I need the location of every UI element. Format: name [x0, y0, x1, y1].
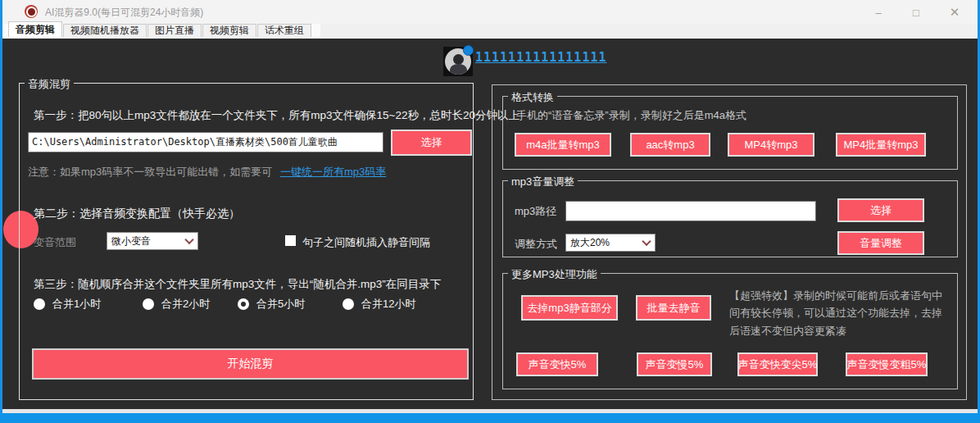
profile-link[interactable]: 1111111111111111 — [475, 50, 607, 65]
minimize-button[interactable]: – — [866, 3, 891, 21]
format-hint: 手机的“语音备忘录”录制，录制好之后是m4a格式 — [516, 108, 746, 123]
voice-range-value: 微小变音 — [111, 234, 151, 248]
m4a-batch-to-mp3-button[interactable]: m4a批量转mp3 — [515, 133, 611, 157]
bitrate-note-text: 注意：如果mp3码率不一致导出可能出错，如需要可 — [28, 166, 272, 178]
batch-remove-silence-button[interactable]: 批量去静音 — [636, 295, 711, 321]
silence-gap-checkbox[interactable] — [285, 235, 296, 246]
more-mp3-title: 更多MP3处理功能 — [508, 267, 601, 282]
window-title: AI混剪器9.0(每日可混剪24小时音频) — [45, 6, 203, 20]
super-effect-hint: 【超强特效】录制的时候可能前后或者语句中间有较长停顿，可以通过这个功能去掉，去掉… — [729, 287, 944, 339]
step2-text: 第二步：选择音频变换配置（快手必选） — [34, 207, 240, 221]
start-mix-button[interactable]: 开始混剪 — [32, 348, 469, 380]
folder-path-input[interactable] — [28, 132, 383, 152]
tab-image-live[interactable]: 图片直播 — [147, 24, 202, 37]
mp3-path-input[interactable] — [565, 201, 816, 221]
slower-deeper-5-button[interactable]: 声音变慢变粗5% — [846, 352, 928, 376]
radio-selected-icon — [238, 298, 249, 310]
mp4-batch-to-mp3-button[interactable]: MP4批量转mp3 — [836, 133, 926, 157]
app-icon — [25, 5, 38, 18]
tab-script-recombine[interactable]: 话术重组 — [257, 24, 311, 37]
radio-icon — [343, 298, 354, 310]
right-outer-panel: 格式转换 手机的“语音备忘录”录制，录制好之后是m4a格式 m4a批量转mp3 … — [492, 84, 967, 400]
avatar[interactable] — [443, 47, 473, 76]
format-convert-groupbox: 格式转换 手机的“语音备忘录”录制，录制好之后是m4a格式 m4a批量转mp3 … — [502, 96, 958, 170]
voice-range-select[interactable]: 微小变音 — [107, 232, 198, 250]
mp3-path-label: mp3路径 — [515, 204, 556, 219]
bitrate-note: 注意：如果mp3码率不一致导出可能出错，如需要可 一键统一所有mp3码率 — [28, 165, 386, 180]
voice-range-label: 变音范围 — [34, 235, 76, 250]
title-bar: AI混剪器9.0(每日可混剪24小时音频) – □ ✕ — [2, 0, 978, 24]
mp3-volume-groupbox: mp3音量调整 mp3路径 选择 调整方式 放大20% 音量调整 — [502, 180, 958, 257]
maximize-button[interactable]: □ — [904, 3, 928, 21]
chevron-down-icon — [184, 235, 193, 244]
select-folder-button[interactable]: 选择 — [391, 130, 472, 156]
aac-to-mp3-button[interactable]: aac转mp3 — [630, 133, 710, 157]
merge-option-12h[interactable]: 合并12小时 — [343, 297, 415, 312]
audio-mix-group-title: 音频混剪 — [25, 77, 74, 92]
mp3-path-select-button[interactable]: 选择 — [837, 198, 924, 222]
audio-mix-groupbox: 音频混剪 第一步：把80句以上mp3文件都放在一个文件夹下，所有mp3文件确保1… — [19, 83, 474, 400]
step1-text: 第一步：把80句以上mp3文件都放在一个文件夹下，所有mp3文件确保15~22秒… — [34, 108, 519, 123]
remove-silence-button[interactable]: 去掉mp3静音部分 — [521, 295, 618, 321]
mp4-to-mp3-button[interactable]: MP4转mp3 — [728, 133, 814, 157]
tab-video-random-player[interactable]: 视频随机播放器 — [63, 24, 147, 37]
step3-text: 第三步：随机顺序合并这个文件夹里所有mp3文件，导出“随机合并.mp3”在同目录… — [34, 277, 441, 292]
volume-adjust-button[interactable]: 音量调整 — [837, 231, 924, 255]
radio-icon — [34, 298, 45, 310]
merge-option-2h[interactable]: 合并2小时 — [143, 297, 210, 312]
radio-icon — [143, 298, 154, 310]
format-convert-title: 格式转换 — [508, 90, 557, 105]
slow-down-5-button[interactable]: 声音变慢5% — [637, 352, 712, 376]
adjust-mode-label: 调整方式 — [515, 237, 557, 252]
merge-option-1h[interactable]: 合并1小时 — [34, 297, 101, 312]
adjust-mode-value: 放大20% — [570, 236, 610, 250]
speed-up-5-button[interactable]: 声音变快5% — [516, 352, 598, 376]
chevron-down-icon — [642, 237, 651, 246]
app-window: AI混剪器9.0(每日可混剪24小时音频) – □ ✕ 音频剪辑 视频随机播放器… — [0, 0, 980, 423]
tab-video-clip[interactable]: 视频剪辑 — [202, 24, 256, 37]
tab-bar: 音频剪辑 视频随机播放器 图片直播 视频剪辑 话术重组 — [2, 24, 978, 39]
merge-option-5h-selected[interactable]: 合并5小时 — [238, 297, 305, 312]
silence-gap-label: 句子之间随机插入静音间隔 — [302, 235, 430, 250]
adjust-mode-select[interactable]: 放大20% — [565, 234, 656, 252]
close-button[interactable]: ✕ — [942, 3, 967, 21]
faster-sharper-5-button[interactable]: 声音变快变尖5% — [737, 352, 818, 376]
avatar-badge-icon — [463, 45, 474, 56]
window-border-left — [0, 0, 2, 423]
window-border-bottom — [0, 413, 980, 423]
tab-audio-clip[interactable]: 音频剪辑 — [8, 21, 62, 37]
more-mp3-groupbox: 更多MP3处理功能 去掉mp3静音部分 批量去静音 【超强特效】录制的时候可能前… — [502, 273, 958, 389]
unify-bitrate-link[interactable]: 一键统一所有mp3码率 — [280, 166, 386, 178]
mp3-volume-title: mp3音量调整 — [508, 175, 578, 189]
